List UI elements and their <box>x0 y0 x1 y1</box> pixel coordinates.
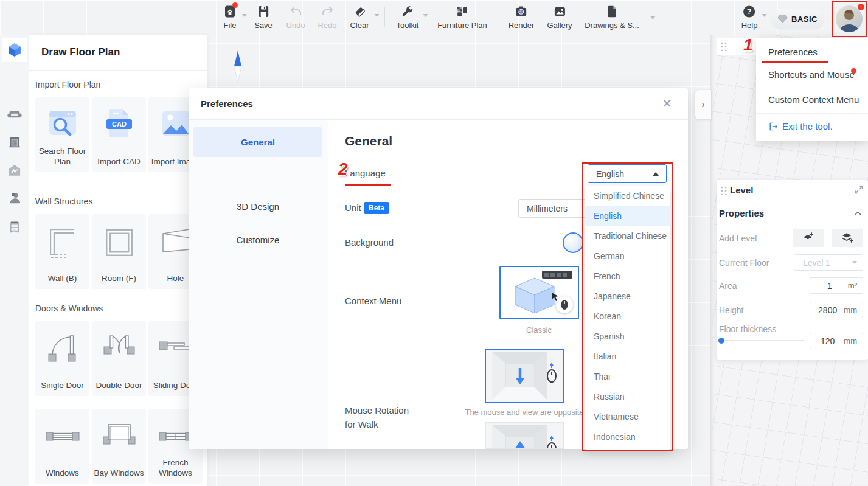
undo-label: Undo <box>286 21 305 30</box>
language-option[interactable]: Italian <box>585 346 670 366</box>
card-single-door[interactable]: Single Door <box>35 321 89 396</box>
rail-floorplan-tool[interactable] <box>2 38 27 62</box>
add-level-below-button[interactable] <box>832 229 863 247</box>
language-option[interactable]: Japanese <box>585 286 670 306</box>
card-bay-windows[interactable]: Bay Windows <box>92 409 146 484</box>
expand-icon[interactable] <box>855 186 863 194</box>
language-option[interactable]: Spanish <box>585 326 670 346</box>
floor-thickness-slider[interactable] <box>720 340 804 341</box>
drag-handle-icon <box>720 41 727 51</box>
mouse-rotation-option-opposite[interactable] <box>485 349 564 403</box>
tab-3d-design[interactable]: 3D Design <box>193 192 322 221</box>
panel-collapse-handle[interactable]: › <box>695 90 711 119</box>
context-menu-option-classic[interactable] <box>499 266 579 319</box>
menu-item-custom-context[interactable]: Custom Context Menu <box>768 94 859 105</box>
help-icon: ? <box>742 4 757 19</box>
chevron-down-icon <box>762 14 767 17</box>
floor-thickness-unit: mm <box>844 336 857 345</box>
language-option[interactable]: Vietnamese <box>585 406 670 426</box>
help-button[interactable]: ? Help <box>741 4 758 30</box>
area-input[interactable]: 1 m² <box>810 277 863 294</box>
area-unit: m² <box>848 281 857 290</box>
current-floor-select[interactable]: Level 1 <box>794 254 863 271</box>
card-double-door[interactable]: Double Door <box>92 321 146 396</box>
chevron-down-icon <box>852 261 857 264</box>
save-button[interactable]: Save <box>254 4 273 30</box>
toolkit-button[interactable]: Toolkit <box>397 4 419 30</box>
rail-furniture[interactable] <box>2 102 27 127</box>
add-level-above-button[interactable] <box>793 229 824 247</box>
language-option[interactable]: Simplified Chinese <box>585 186 670 206</box>
panel-divider <box>717 201 868 201</box>
save-icon <box>256 4 271 19</box>
file-button[interactable]: File <box>223 4 237 30</box>
language-option[interactable]: Traditional Chinese <box>585 226 670 246</box>
language-option[interactable]: German <box>585 246 670 266</box>
card-label: French Windows <box>150 457 201 478</box>
redo-button[interactable]: Redo <box>318 4 336 30</box>
tab-general[interactable]: General <box>193 127 322 157</box>
language-option[interactable]: Indonesian <box>585 426 670 446</box>
notification-dot <box>851 68 856 74</box>
render-button[interactable]: Render <box>509 4 535 30</box>
language-option-selected[interactable]: English <box>585 206 670 226</box>
walk-rotation-preview-2 <box>486 423 563 449</box>
card-import-cad[interactable]: CAD Import CAD <box>92 97 146 172</box>
clear-label: Clear <box>350 21 369 30</box>
add-layer-below-icon <box>841 232 854 244</box>
menu-item-preferences[interactable]: Preferences <box>768 47 818 57</box>
current-floor-label: Current Floor <box>719 258 769 268</box>
single-door-icon <box>44 331 82 366</box>
svg-text:CAD: CAD <box>112 120 127 128</box>
render-label: Render <box>509 21 535 30</box>
tab-customize[interactable]: Customize <box>193 225 322 255</box>
slider-thumb[interactable] <box>718 338 724 344</box>
card-label: Wall (B) <box>37 273 88 283</box>
notification-dot <box>858 4 864 10</box>
camera-icon <box>514 4 529 19</box>
rail-ai-design[interactable] <box>2 158 27 182</box>
drawings-schemes-button[interactable]: Drawings & S... <box>585 4 639 30</box>
language-select[interactable]: English <box>588 164 667 183</box>
undo-icon <box>288 4 303 19</box>
furniture-plan-button[interactable]: Furniture Plan <box>437 4 487 30</box>
close-icon[interactable]: ✕ <box>662 97 672 109</box>
gallery-button[interactable]: Gallery <box>547 4 572 30</box>
mouse-rotation-option-same[interactable] <box>485 422 564 449</box>
section-title: General <box>345 134 392 148</box>
language-option[interactable]: Korean <box>585 306 670 326</box>
chevron-up-icon[interactable] <box>854 211 862 216</box>
annotation-underline-preferences <box>762 61 828 63</box>
clear-button[interactable]: Clear <box>350 4 369 30</box>
card-windows[interactable]: Windows <box>35 409 89 484</box>
card-label: Import CAD <box>94 156 145 167</box>
import-image-icon <box>159 107 193 140</box>
menu-item-exit[interactable]: Exit the tool. <box>768 121 833 131</box>
card-room-f[interactable]: Room (F) <box>92 214 146 289</box>
card-wall-b[interactable]: Wall (B) <box>35 214 89 289</box>
current-floor-value: Level 1 <box>798 258 852 268</box>
background-color-swatch[interactable] <box>563 232 583 253</box>
context-menu-caption: Classic <box>526 325 552 335</box>
rail-doors[interactable] <box>2 130 27 154</box>
height-input[interactable]: 2800 mm <box>810 302 863 318</box>
properties-header[interactable]: Properties <box>719 208 764 218</box>
wall-icon <box>44 224 82 262</box>
plan-badge[interactable]: BASIC <box>771 9 824 29</box>
drag-handle-icon[interactable] <box>720 186 727 195</box>
language-label: Language <box>345 168 386 178</box>
floor-thickness-input[interactable]: 120 mm <box>810 333 863 349</box>
dialog-tab-column: General 3D Design Customize <box>189 120 328 449</box>
undo-button[interactable]: Undo <box>286 4 305 30</box>
rail-account[interactable] <box>2 186 27 210</box>
redo-label: Redo <box>318 21 336 30</box>
person-icon <box>7 190 23 206</box>
menu-item-shortcuts[interactable]: Shortcuts and Mouse <box>768 69 855 80</box>
card-search-floor-plan[interactable]: Search Floor Plan <box>35 97 89 172</box>
rail-storage[interactable] <box>2 214 27 238</box>
language-option[interactable]: Russian <box>585 386 670 406</box>
floor-thickness-value: 120 <box>814 336 841 346</box>
language-option[interactable]: Thai <box>585 366 670 386</box>
language-option[interactable]: French <box>585 266 670 286</box>
card-label: Search Floor Plan <box>37 146 88 167</box>
